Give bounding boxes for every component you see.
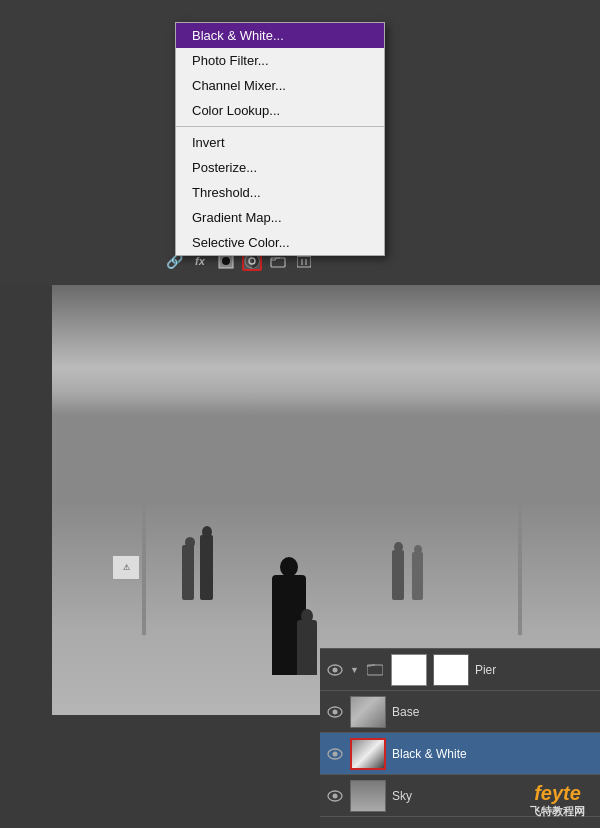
layer-row-black-white[interactable]: Black & White [320,733,600,775]
dropdown-item-channel-mixer[interactable]: Channel Mixer... [176,73,384,98]
svg-point-16 [333,751,338,756]
lamp-post-right [518,495,522,635]
person-bg-2 [200,535,213,600]
layer-visibility-base[interactable] [326,703,344,721]
person-bg-1-head [185,537,195,548]
canvas-area: ⚠ ▼PierBaseBlack & WhiteSky feyte 飞特教程网 [0,285,600,828]
svg-point-14 [333,709,338,714]
bottom-watermark: feyte 飞特教程网 [530,781,585,818]
layer-label-black-white: Black & White [392,747,594,761]
person-bg-4-head [414,545,422,554]
person-bg-2-head [202,526,212,538]
layer-arrow-pier[interactable]: ▼ [350,665,359,675]
layer-folder-pier [367,662,383,678]
layer-thumb-sky [350,780,386,812]
brand-name: feyte [534,782,581,804]
pier-sign: ⚠ [112,555,140,580]
brand-sub: 飞特教程网 [530,805,585,818]
svg-point-11 [333,667,338,672]
child-body [297,620,317,675]
person-bg-3 [392,550,404,600]
adjustment-dropdown[interactable]: Black & White...Photo Filter...Channel M… [175,22,385,256]
svg-rect-5 [297,256,311,267]
layer-visibility-sky[interactable] [326,787,344,805]
top-panel: Black & White...Photo Filter...Channel M… [0,0,600,285]
svg-rect-4 [271,258,285,267]
layer-mask-thumb-pier [391,654,427,686]
svg-point-18 [333,793,338,798]
lamp-post-left [142,495,146,635]
sky-layer [52,285,600,522]
dropdown-separator [176,126,384,127]
dropdown-item-posterize[interactable]: Posterize... [176,155,384,180]
dropdown-item-color-lookup[interactable]: Color Lookup... [176,98,384,123]
layer-thumb-black-white [350,738,386,770]
dropdown-item-photo-filter[interactable]: Photo Filter... [176,48,384,73]
svg-point-1 [222,257,230,265]
layer-thumb-pier [433,654,469,686]
layer-thumb-base [350,696,386,728]
dropdown-item-threshold[interactable]: Threshold... [176,180,384,205]
person-bg-4 [412,552,423,600]
layer-label-base: Base [392,705,594,719]
person-bg-3-head [394,542,403,552]
layer-label-pier: Pier [475,663,594,677]
main-person-head [280,557,298,577]
layer-row-base[interactable]: Base [320,691,600,733]
dropdown-item-gradient-map[interactable]: Gradient Map... [176,205,384,230]
dropdown-item-black-white[interactable]: Black & White... [176,23,384,48]
dropdown-item-invert[interactable]: Invert [176,130,384,155]
layer-visibility-pier[interactable] [326,661,344,679]
layer-visibility-black-white[interactable] [326,745,344,763]
person-bg-1 [182,545,194,600]
dropdown-item-selective-color[interactable]: Selective Color... [176,230,384,255]
layer-row-pier[interactable]: ▼Pier [320,649,600,691]
